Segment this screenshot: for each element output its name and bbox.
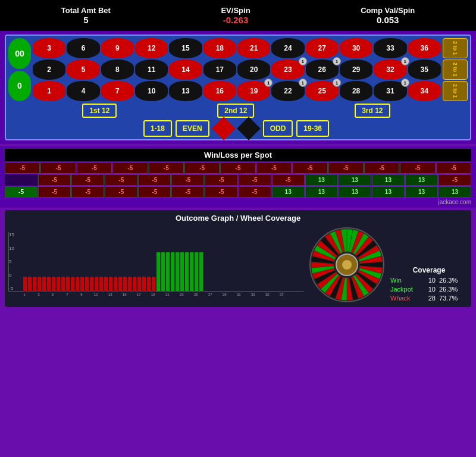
number-15[interactable]: 15 — [169, 38, 202, 58]
coverage-win-label: Win — [390, 277, 420, 284]
wl-cell-2-10: 13 — [339, 186, 371, 198]
number-29[interactable]: 29 — [340, 60, 372, 80]
wl-cell-2-12: 13 — [405, 186, 438, 198]
black-diamond[interactable] — [237, 117, 261, 140]
number-18[interactable]: 18 — [203, 38, 236, 58]
bar-23 — [133, 277, 136, 292]
wl-cell-2-2: -5 — [71, 186, 104, 198]
number-30[interactable]: 30 — [340, 38, 372, 58]
number-9[interactable]: 9 — [101, 38, 134, 58]
wl-cell-0-2: -5 — [77, 162, 112, 174]
number-20[interactable]: 20 — [237, 60, 270, 80]
number-5[interactable]: 5 — [67, 60, 99, 80]
number-column-0: 321 — [33, 38, 65, 101]
number-21[interactable]: 21 — [237, 38, 270, 58]
number-36[interactable]: 36 — [408, 38, 441, 58]
bar-chart-inner: 15 10 5 0 -5 — [8, 232, 303, 292]
number-3[interactable]: 3 — [33, 38, 65, 58]
wl-cell-0-12: -5 — [436, 162, 471, 174]
bar-10 — [71, 277, 74, 292]
coverage-win-count: 10 — [424, 277, 436, 284]
number-column-8: 27261251 — [306, 38, 339, 101]
side-bet-2to1-mid[interactable]: 2 to 1 — [443, 60, 468, 80]
ev-spin: EV/Spin -0.263 — [221, 6, 250, 25]
number-25[interactable]: 251 — [306, 81, 339, 101]
number-1[interactable]: 1 — [33, 81, 65, 101]
bar-12 — [80, 277, 84, 292]
number-17[interactable]: 17 — [203, 60, 236, 80]
x-label-15: 15 — [123, 293, 126, 296]
x-label-33: 33 — [251, 293, 255, 296]
wl-cell-0-10: -5 — [364, 162, 399, 174]
wl-cell-2-7: -5 — [239, 186, 271, 198]
number-31[interactable]: 311 — [374, 81, 406, 101]
number-19[interactable]: 191 — [237, 81, 270, 101]
bet-19-36[interactable]: 19-36 — [296, 120, 329, 137]
wl-cell-2-8: 13 — [272, 186, 305, 198]
dozen-1st-12[interactable]: 1st 12 — [82, 104, 117, 118]
bar-29 — [161, 252, 165, 291]
number-13[interactable]: 13 — [169, 81, 202, 101]
number-column-4: 151413 — [169, 38, 202, 101]
number-26[interactable]: 261 — [306, 60, 339, 80]
number-23[interactable]: 231 — [271, 60, 304, 80]
number-8[interactable]: 8 — [101, 60, 134, 80]
number-column-6: 2120191 — [237, 38, 270, 101]
bar-2 — [33, 277, 36, 292]
number-10[interactable]: 10 — [135, 81, 168, 101]
bar-9 — [66, 277, 70, 292]
x-label-21: 21 — [165, 293, 169, 296]
bet-odd[interactable]: ODD — [263, 120, 293, 137]
x-label-7: 7 — [65, 293, 69, 296]
number-27[interactable]: 27 — [306, 38, 339, 58]
side-bet-2to1-bot[interactable]: 2 to 1 — [443, 81, 468, 101]
bet-1-18[interactable]: 1-18 — [143, 120, 172, 137]
wl-cell-1-2: -5 — [71, 174, 104, 186]
number-32[interactable]: 321 — [374, 60, 406, 80]
number-34[interactable]: 34 — [408, 81, 441, 101]
wl-cell-0-4: -5 — [149, 162, 184, 174]
wl-cell-1-3: -5 — [105, 174, 137, 186]
x-label-5: 5 — [51, 293, 55, 296]
zero-0[interactable]: 0 — [8, 71, 31, 102]
jackace-credit: jackace.com — [5, 199, 471, 205]
side-bet-2to1-top[interactable]: 2 to 1 — [443, 38, 468, 58]
total-amt-bet: Total Amt Bet 5 — [61, 6, 111, 25]
number-12[interactable]: 12 — [135, 38, 168, 58]
number-24[interactable]: 24 — [271, 38, 304, 58]
wl-cell-1-10: 13 — [339, 174, 371, 186]
number-22[interactable]: 221 — [271, 81, 304, 101]
red-diamond[interactable] — [212, 117, 236, 140]
zero-00[interactable]: 00 — [8, 38, 31, 69]
bar-31 — [171, 252, 174, 291]
number-4[interactable]: 4 — [67, 81, 99, 101]
number-28[interactable]: 28 — [340, 81, 372, 101]
x-label-3: 3 — [37, 293, 40, 296]
number-grid: 00 0 32165498712111015141318171621201912… — [8, 38, 468, 101]
number-7[interactable]: 7 — [101, 81, 134, 101]
chip-on-23: 1 — [299, 57, 307, 65]
bar-28 — [156, 252, 160, 291]
bar-25 — [142, 277, 146, 292]
bar-26 — [147, 277, 151, 292]
number-6[interactable]: 6 — [67, 38, 99, 58]
chip-on-25: 1 — [333, 79, 341, 87]
x-label-37: 37 — [280, 293, 283, 296]
number-33[interactable]: 33 — [374, 38, 406, 58]
dozen-2nd-12[interactable]: 2nd 12 — [217, 104, 254, 118]
number-2[interactable]: 2 — [33, 60, 65, 80]
number-column-10: 33321311 — [374, 38, 406, 101]
number-16[interactable]: 16 — [203, 81, 236, 101]
x-label-9: 9 — [80, 293, 83, 296]
wl-cell-1-7: -5 — [239, 174, 271, 186]
bar-37 — [199, 252, 203, 291]
number-14[interactable]: 14 — [169, 60, 202, 80]
wl-cell-0-5: -5 — [184, 162, 220, 174]
number-35[interactable]: 35 — [408, 60, 441, 80]
dozen-3rd-12[interactable]: 3rd 12 — [355, 104, 390, 118]
number-11[interactable]: 11 — [135, 60, 168, 80]
coverage-whack-count: 28 — [424, 295, 436, 302]
bar-18 — [109, 277, 112, 292]
bet-even[interactable]: EVEN — [176, 120, 209, 137]
bar-8 — [61, 277, 65, 292]
